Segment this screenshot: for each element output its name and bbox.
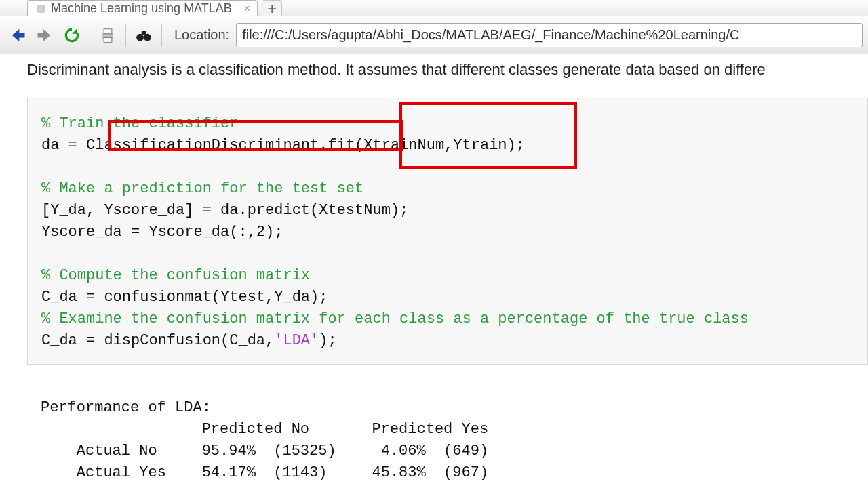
description-text: Discriminant analysis is a classificatio… [27, 61, 868, 79]
svg-rect-2 [104, 37, 112, 42]
svg-rect-5 [142, 30, 146, 35]
toolbar-separator [90, 24, 90, 47]
svg-rect-1 [104, 28, 112, 33]
page-content: Discriminant analysis is a classificatio… [0, 54, 868, 484]
location-value: file:///C:/Users/agupta/Abhi_Docs/MATLAB… [242, 27, 739, 43]
tab-favicon [37, 5, 45, 13]
forward-button[interactable] [33, 23, 57, 47]
binoculars-icon [135, 26, 153, 44]
arrow-left-icon [8, 26, 27, 45]
tab-title: Machine Learning using MATLAB [51, 1, 232, 16]
reload-button[interactable] [60, 23, 84, 47]
code-block: % Train the classifier da = Classificati… [27, 98, 868, 365]
find-button[interactable] [132, 23, 156, 47]
tab-active[interactable]: Machine Learning using MATLAB × [27, 0, 258, 16]
print-button[interactable] [96, 23, 120, 47]
back-button[interactable] [5, 23, 30, 47]
code-text: % Train the classifier da = Classificati… [41, 113, 854, 352]
tab-close-icon[interactable]: × [244, 3, 250, 15]
print-icon [98, 26, 117, 45]
toolbar-separator [161, 24, 162, 47]
arrow-right-icon [35, 26, 54, 45]
location-label: Location: [174, 27, 229, 43]
location-input[interactable]: file:///C:/Users/agupta/Abhi_Docs/MATLAB… [236, 23, 863, 47]
toolbar-separator [125, 24, 126, 47]
output-block: Performance of LDA: Predicted No Predict… [41, 397, 868, 484]
tab-bar: Machine Learning using MATLAB × + [0, 0, 868, 16]
reload-icon [63, 26, 81, 44]
new-tab-button[interactable]: + [262, 0, 282, 16]
browser-toolbar: Location: file:///C:/Users/agupta/Abhi_D… [0, 16, 868, 54]
